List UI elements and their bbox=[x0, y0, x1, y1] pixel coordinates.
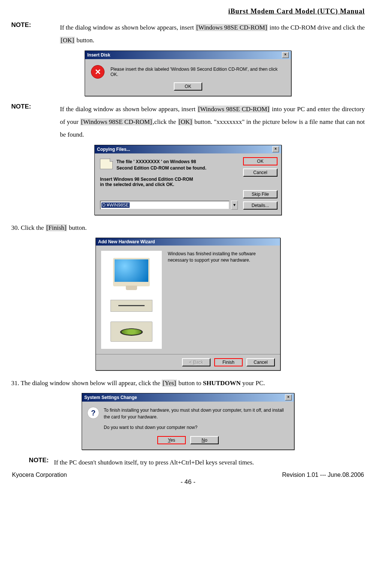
cd-drive-icon bbox=[110, 322, 152, 342]
cancel-button[interactable]: Cancel bbox=[243, 168, 278, 177]
copying-files-msg1b: Second Edition CD-ROM cannot be found. bbox=[116, 165, 206, 171]
copying-files-msg2a: Insert Windows 98 Second Edition CD-ROM bbox=[100, 177, 238, 182]
note-2-label: NOTE: bbox=[11, 103, 60, 141]
wizard-graphic bbox=[101, 251, 162, 349]
dropdown-arrow-icon[interactable]: ▼ bbox=[231, 201, 238, 210]
note-1-label: NOTE: bbox=[11, 21, 60, 47]
wizard-title: Add New Hardware Wizard bbox=[98, 239, 155, 244]
add-new-hardware-wizard-dialog: Add New Hardware Wizard Windows has fini… bbox=[95, 238, 281, 371]
question-icon: ? bbox=[87, 407, 99, 419]
insert-disk-dialog: Insert Disk × ✕ Please insert the disk l… bbox=[85, 51, 291, 96]
details-button[interactable]: Details... bbox=[243, 201, 278, 210]
path-input[interactable]: D:¥WIN98SE bbox=[100, 201, 230, 210]
note-3-body: If the PC doesn't shutdown itself, try t… bbox=[54, 457, 365, 469]
no-button[interactable]: No bbox=[190, 436, 219, 444]
note-3: NOTE: If the PC doesn't shutdown itself,… bbox=[11, 457, 365, 469]
note-2-hl1: [Windows 98SE CD-ROM] bbox=[197, 106, 270, 113]
step-31-hl: [Yes] bbox=[162, 380, 177, 387]
footer-left: Kyocera Corporation bbox=[12, 472, 67, 478]
external-drive-icon bbox=[110, 300, 152, 312]
insert-disk-message: Please insert the disk labeled 'Windows … bbox=[110, 67, 285, 77]
note-2: NOTE: If the dialog window as shown belo… bbox=[11, 103, 365, 141]
insert-disk-titlebar: Insert Disk × bbox=[85, 51, 291, 59]
system-settings-title: System Settings Change bbox=[84, 395, 137, 400]
footer-right: Revision 1.01 --- June.08.2006 bbox=[282, 472, 364, 478]
finish-button[interactable]: Finish bbox=[214, 358, 243, 366]
wizard-message: Windows has finished installing the soft… bbox=[168, 251, 275, 349]
step-31-pre: 31. The dialog window shown below will a… bbox=[11, 380, 162, 387]
path-input-value: D:¥WIN98SE bbox=[101, 202, 130, 208]
system-settings-change-dialog: System Settings Change × ? To finish ins… bbox=[82, 393, 294, 450]
note-2-body: If the dialog window as shown below appe… bbox=[60, 103, 365, 141]
skip-file-button[interactable]: Skip File bbox=[243, 190, 278, 198]
copying-files-msg1a: The file ' XXXXXXXX ' on Windows 98 bbox=[116, 159, 206, 165]
note-1-hl1: [Windows 98SE CD-ROM] bbox=[195, 24, 268, 31]
note-2-mid2: ,click the bbox=[153, 118, 178, 125]
note-2-hl3: [OK] bbox=[178, 118, 193, 125]
step-30-pre: 30. Click the bbox=[11, 224, 46, 231]
close-icon[interactable]: × bbox=[282, 52, 289, 58]
note-1-body: If the dialog window as shown below appe… bbox=[60, 21, 365, 47]
system-settings-titlebar: System Settings Change × bbox=[82, 393, 294, 402]
step-31-bold: SHUTDOWN bbox=[203, 380, 241, 387]
page-footer: Kyocera Corporation Revision 1.01 --- Ju… bbox=[11, 472, 365, 478]
page-header-title: iBurst Modem Card Model (UTC) Manual bbox=[11, 7, 365, 15]
wizard-titlebar: Add New Hardware Wizard bbox=[96, 238, 280, 246]
copying-files-title: Copying Files... bbox=[97, 147, 130, 152]
note-2-pre: If the dialog window as shown below appe… bbox=[60, 106, 197, 113]
note-3-label: NOTE: bbox=[11, 457, 54, 469]
cancel-button[interactable]: Cancel bbox=[246, 358, 275, 366]
note-2-hl2: [Windows 98SE CD-ROM] bbox=[80, 118, 153, 125]
ok-button[interactable]: OK bbox=[243, 157, 278, 165]
close-icon[interactable]: × bbox=[285, 394, 292, 400]
file-icon bbox=[100, 159, 113, 169]
system-settings-msg1: To finish installing your hardware, you … bbox=[104, 407, 289, 420]
note-1: NOTE: If the dialog window as shown belo… bbox=[11, 21, 365, 47]
back-button: < Back bbox=[182, 358, 210, 366]
copying-files-dialog: Copying Files... × The file ' XXXXXXXX '… bbox=[94, 145, 282, 215]
insert-disk-title: Insert Disk bbox=[87, 52, 110, 58]
system-settings-msg2: Do you want to shut down your computer n… bbox=[104, 424, 289, 431]
ok-button[interactable]: OK bbox=[174, 82, 202, 91]
yes-button[interactable]: Yes bbox=[157, 436, 186, 444]
page-number: - 46 - bbox=[11, 478, 365, 486]
close-icon[interactable]: × bbox=[272, 146, 279, 152]
copying-files-msg2b: in the selected drive, and click OK. bbox=[100, 182, 238, 187]
step-30-hl: [Finish] bbox=[46, 224, 67, 231]
step-30: 30. Click the [Finish] button. bbox=[11, 222, 365, 234]
monitor-icon bbox=[113, 258, 150, 286]
note-1-hl2: [OK] bbox=[60, 37, 75, 44]
step-31-post: your PC. bbox=[241, 380, 265, 387]
note-1-post: button. bbox=[75, 37, 94, 44]
step-31-mid: button to bbox=[177, 380, 203, 387]
step-31: 31. The dialog window shown below will a… bbox=[11, 377, 365, 389]
note-1-mid: into the CD-ROM drive and click the bbox=[268, 24, 365, 31]
copying-files-titlebar: Copying Files... × bbox=[95, 145, 281, 153]
step-30-post: button. bbox=[67, 224, 87, 231]
error-icon: ✕ bbox=[91, 65, 104, 79]
note-1-pre: If the dialog window as shown below appe… bbox=[60, 24, 195, 31]
